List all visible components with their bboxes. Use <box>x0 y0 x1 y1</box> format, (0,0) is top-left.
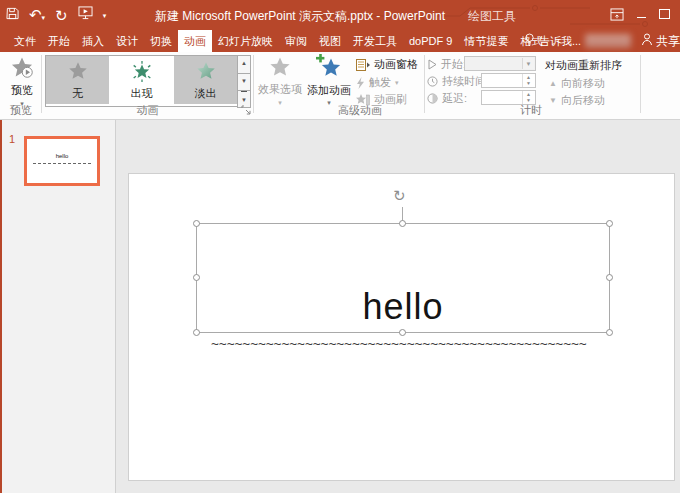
undo-button[interactable]: ↶▾ <box>29 6 45 24</box>
thumbnail-text: hello <box>27 153 97 159</box>
animation-appear-tile[interactable]: 出现 <box>110 56 173 104</box>
tab-storyboard[interactable]: 情节提要 <box>458 30 514 52</box>
fade-star-icon <box>196 61 216 81</box>
start-input[interactable] <box>467 58 522 69</box>
slide-thumbnail-panel[interactable]: 1 hello <box>2 120 116 493</box>
tell-me-label: 告诉我... <box>539 34 581 49</box>
redacted-username <box>585 34 631 48</box>
handle-bottom-center[interactable] <box>399 329 406 336</box>
tab-review[interactable]: 审阅 <box>279 30 313 52</box>
duration-row: 持续时间: <box>427 74 489 89</box>
animation-none-tile[interactable]: 无 <box>46 56 109 104</box>
duration-spin-icons[interactable]: ▲▼ <box>522 74 534 87</box>
preview-button[interactable]: 预览 ▾ <box>9 56 35 107</box>
animation-none-label: 无 <box>46 86 109 101</box>
move-earlier-button[interactable]: ▲ 向前移动 <box>549 76 605 91</box>
tab-file[interactable]: 文件 <box>8 30 42 52</box>
gallery-scroll-down-icon[interactable]: ▼ <box>237 74 251 91</box>
start-slideshow-icon[interactable] <box>78 6 93 24</box>
tab-view[interactable]: 视图 <box>313 30 347 52</box>
person-icon <box>641 33 653 49</box>
slide-thumbnail[interactable]: hello <box>24 136 100 186</box>
ribbon-tab-bar: 文件 开始 插入 设计 切换 动画 幻灯片放映 审阅 视图 开发工具 doPDF… <box>0 30 680 52</box>
advanced-animation-group-label: 高级动画 <box>280 103 440 118</box>
tab-transitions[interactable]: 切换 <box>144 30 178 52</box>
animation-pane-icon <box>356 59 370 71</box>
tab-dopdf[interactable]: doPDF 9 <box>403 30 458 52</box>
move-later-label: 向后移动 <box>561 93 605 108</box>
triangle-up-icon: ▲ <box>549 79 557 88</box>
handle-middle-left[interactable] <box>193 274 200 281</box>
save-icon[interactable] <box>6 6 19 24</box>
ink-squiggle: ~~~~~~~~~~~~~~~~~~~~~~~~~~~~~~~~~~~~~~~~… <box>211 337 611 350</box>
add-animation-button[interactable]: 添加动画 ▾ <box>305 54 353 106</box>
quick-access-toolbar: ↶▾ ↻ ▾ <box>6 4 106 26</box>
effect-options-star-icon <box>269 56 291 78</box>
animation-dialog-launcher-icon[interactable] <box>241 105 251 115</box>
rotate-handle-icon[interactable]: ↻ <box>393 188 406 203</box>
maximize-button[interactable] <box>655 6 673 22</box>
title-bar: ↶▾ ↻ ▾ 新建 Microsoft PowerPoint 演示文稿.pptx… <box>0 0 680 30</box>
tab-design[interactable]: 设计 <box>110 30 144 52</box>
start-select[interactable]: ▼ <box>464 56 536 71</box>
handle-top-center[interactable] <box>399 220 406 227</box>
trigger-button[interactable]: 触发 ▾ <box>356 75 399 90</box>
powerpoint-window: ↶▾ ↻ ▾ 新建 Microsoft PowerPoint 演示文稿.pptx… <box>0 0 680 493</box>
trigger-label: 触发 <box>369 75 391 90</box>
move-earlier-label: 向前移动 <box>561 76 605 91</box>
effect-options-button[interactable]: 效果选项 ▾ <box>257 56 303 106</box>
tab-insert[interactable]: 插入 <box>76 30 110 52</box>
timing-group-label: 计时 <box>424 103 638 118</box>
none-star-icon <box>68 61 88 81</box>
animation-fade-label: 淡出 <box>174 86 237 101</box>
effect-options-label: 效果选项 <box>257 82 303 97</box>
share-label: 共享 <box>656 33 680 50</box>
tab-animations[interactable]: 动画 <box>178 30 212 52</box>
ribbon: 预览 ▾ 预览 无 出现 <box>0 52 680 120</box>
slide-text[interactable]: hello <box>196 287 610 327</box>
ribbon-display-options-icon[interactable] <box>608 6 626 22</box>
window-title: 新建 Microsoft PowerPoint 演示文稿.pptx - Powe… <box>120 8 480 25</box>
preview-star-icon <box>10 56 34 79</box>
tab-developer[interactable]: 开发工具 <box>347 30 403 52</box>
start-caret-icon[interactable]: ▼ <box>522 58 534 69</box>
add-animation-label: 添加动画 <box>305 83 353 98</box>
share-button[interactable]: 共享 <box>641 30 680 52</box>
lightbulb-icon <box>524 33 535 49</box>
add-animation-star-icon <box>316 54 342 79</box>
handle-middle-right[interactable] <box>606 274 613 281</box>
workspace: 1 hello ↻ hello ~~~~~~~~~~~~~~~~~~~~~~~~… <box>0 120 680 493</box>
redo-button[interactable]: ↻ <box>55 8 68 23</box>
triangle-down-icon: ▼ <box>549 96 557 105</box>
animation-pane-label: 动画窗格 <box>374 57 418 72</box>
animation-gallery: 无 出现 <box>45 55 239 107</box>
start-label: 开始: <box>441 57 466 72</box>
gallery-scroll-up-icon[interactable]: ▲ <box>237 55 251 74</box>
trigger-caret-icon: ▾ <box>395 79 399 86</box>
lightning-icon <box>356 77 365 89</box>
tabs: 文件 开始 插入 设计 切换 动画 幻灯片放映 审阅 视图 开发工具 doPDF… <box>8 30 548 52</box>
animation-appear-label: 出现 <box>110 86 173 101</box>
tab-home[interactable]: 开始 <box>42 30 76 52</box>
move-later-button[interactable]: ▼ 向后移动 <box>549 93 605 108</box>
appear-star-icon <box>131 61 153 82</box>
animation-group-label: 动画 <box>45 103 250 118</box>
gallery-scrollbar: ▲ ▼ ▼ <box>237 55 250 105</box>
animation-fade-tile[interactable]: 淡出 <box>174 56 237 104</box>
animation-pane-button[interactable]: 动画窗格 <box>356 57 418 72</box>
play-outline-icon <box>428 59 437 70</box>
customize-qat-icon[interactable]: ▾ <box>103 12 107 19</box>
thumbnail-squiggle <box>33 163 91 164</box>
handle-top-right[interactable] <box>606 220 613 227</box>
handle-bottom-right[interactable] <box>606 329 613 336</box>
handle-top-left[interactable] <box>193 220 200 227</box>
tell-me-box[interactable]: 告诉我... <box>524 30 581 52</box>
clock-icon <box>427 76 438 87</box>
contextual-tool-label: 绘图工具 <box>460 8 524 25</box>
reorder-animation-title: 对动画重新排序 <box>545 58 622 73</box>
minimize-button[interactable] <box>632 6 650 22</box>
preview-group-label: 预览 <box>0 103 42 118</box>
tab-slideshow[interactable]: 幻灯片放映 <box>212 30 279 52</box>
duration-spinner[interactable]: ▲▼ <box>481 73 536 88</box>
handle-bottom-left[interactable] <box>193 329 200 336</box>
